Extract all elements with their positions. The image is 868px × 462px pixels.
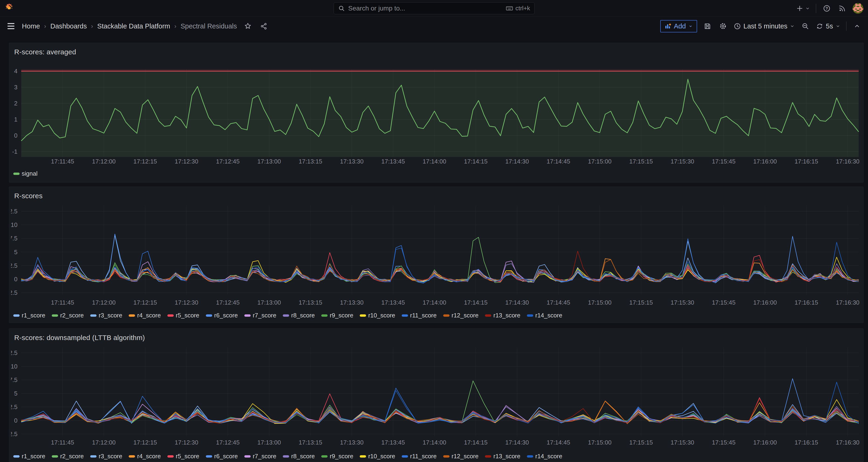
legend-item[interactable]: r11_score xyxy=(402,312,437,319)
legend-item[interactable]: r3_score xyxy=(90,312,122,319)
legend-series-name: r12_score xyxy=(452,312,479,319)
save-dashboard-button[interactable] xyxy=(703,21,712,31)
legend-item[interactable]: signal xyxy=(13,170,37,177)
svg-text:-1: -1 xyxy=(12,148,18,155)
svg-text:17:13:45: 17:13:45 xyxy=(381,439,405,446)
time-range-picker[interactable]: Last 5 minutes xyxy=(734,22,795,30)
news-button[interactable] xyxy=(837,3,847,13)
svg-text:0: 0 xyxy=(14,276,18,283)
legend-item[interactable]: r12_score xyxy=(443,453,479,460)
star-icon xyxy=(244,22,252,30)
legend-item[interactable]: r1_score xyxy=(13,312,45,319)
svg-text:17:12:15: 17:12:15 xyxy=(133,158,157,165)
search-shortcut: ctrl+k xyxy=(506,5,530,12)
legend-item[interactable]: r4_score xyxy=(129,453,161,460)
svg-text:17:14:30: 17:14:30 xyxy=(505,439,529,446)
chart-legend: r1_scorer2_scorer3_scorer4_scorer5_score… xyxy=(13,453,562,460)
keyboard-icon xyxy=(506,5,513,12)
legend-series-name: r6_score xyxy=(214,453,238,460)
legend-series-name: r13_score xyxy=(493,312,520,319)
legend-series-color xyxy=(244,314,251,317)
legend-series-color xyxy=(129,314,135,317)
legend-item[interactable]: r5_score xyxy=(167,312,199,319)
rss-icon xyxy=(838,4,846,12)
legend-item[interactable]: r10_score xyxy=(360,453,395,460)
refresh-picker[interactable]: 5s xyxy=(816,22,840,30)
legend-item[interactable]: r5_score xyxy=(167,453,199,460)
legend-item[interactable]: r9_score xyxy=(321,453,353,460)
svg-text:17:13:00: 17:13:00 xyxy=(257,299,281,306)
legend-item[interactable]: r13_score xyxy=(485,453,520,460)
time-series-chart[interactable]: 43210-117:11:4517:12:0017:12:1517:12:301… xyxy=(11,57,862,169)
legend-item[interactable]: r9_score xyxy=(321,312,353,319)
legend-series-name: r9_score xyxy=(330,453,353,460)
zoom-out-time-button[interactable] xyxy=(800,21,810,31)
time-series-chart[interactable]: 12.5107.552.50-2.517:11:4517:12:0017:12:… xyxy=(11,343,862,451)
dashboard-settings-button[interactable] xyxy=(718,21,728,31)
legend-series-name: r14_score xyxy=(535,312,562,319)
legend-item[interactable]: r2_score xyxy=(52,453,84,460)
plus-icon xyxy=(796,4,804,12)
legend-item[interactable]: r8_score xyxy=(283,312,315,319)
legend-item[interactable]: r6_score xyxy=(206,312,238,319)
kiosk-mode-button[interactable] xyxy=(852,21,862,31)
help-icon: ? xyxy=(823,4,831,12)
new-button[interactable] xyxy=(796,4,810,12)
legend-item[interactable]: r3_score xyxy=(90,453,122,460)
search-input[interactable]: Search or jump to... ctrl+k xyxy=(334,2,535,14)
legend-item[interactable]: r8_score xyxy=(283,453,315,460)
legend-series-color xyxy=(52,314,58,317)
svg-text:17:16:15: 17:16:15 xyxy=(795,158,818,165)
legend-series-name: r2_score xyxy=(60,453,84,460)
favorite-star-button[interactable] xyxy=(243,21,253,31)
svg-text:0: 0 xyxy=(14,417,18,424)
legend-item[interactable]: r13_score xyxy=(485,312,520,319)
legend-series-color xyxy=(402,455,408,458)
legend-item[interactable]: r1_score xyxy=(13,453,45,460)
legend-series-color xyxy=(485,314,491,317)
legend-item[interactable]: r14_score xyxy=(527,312,562,319)
svg-text:17:15:15: 17:15:15 xyxy=(629,158,653,165)
legend-item[interactable]: r11_score xyxy=(402,453,437,460)
breadcrumb-dashboards[interactable]: Dashboards xyxy=(50,22,87,30)
legend-item[interactable]: r12_score xyxy=(443,312,479,319)
legend-item[interactable]: r7_score xyxy=(244,312,276,319)
legend-series-name: r5_score xyxy=(176,453,199,460)
legend-series-name: signal xyxy=(22,170,37,177)
legend-series-color xyxy=(360,455,366,458)
add-panel-button[interactable]: Add xyxy=(660,20,697,32)
legend-item[interactable]: r4_score xyxy=(129,312,161,319)
panel-title[interactable]: R-scores: downsampled (LTTB algorithm) xyxy=(14,334,145,342)
user-avatar[interactable] xyxy=(852,3,863,14)
svg-text:17:14:45: 17:14:45 xyxy=(547,158,570,165)
svg-text:17:11:45: 17:11:45 xyxy=(51,299,74,306)
menu-toggle-button[interactable] xyxy=(6,22,16,31)
legend-series-color xyxy=(90,314,96,317)
chart-legend: signal xyxy=(13,170,37,177)
svg-text:17:13:30: 17:13:30 xyxy=(340,158,364,165)
legend-series-color xyxy=(13,455,20,458)
legend-item[interactable]: r2_score xyxy=(52,312,84,319)
legend-series-name: r1_score xyxy=(22,312,45,319)
svg-text:17:15:30: 17:15:30 xyxy=(671,439,694,446)
legend-item[interactable]: r7_score xyxy=(244,453,276,460)
search-placeholder: Search or jump to... xyxy=(348,5,405,12)
svg-text:17:16:30: 17:16:30 xyxy=(836,439,859,446)
share-button[interactable] xyxy=(259,21,269,31)
breadcrumb-folder[interactable]: Stackable Data Platform xyxy=(97,22,170,30)
panel-rscores: R-scores 12.5107.552.50-2.517:11:4517:12… xyxy=(9,187,864,323)
breadcrumb-home[interactable]: Home xyxy=(22,22,40,30)
help-button[interactable]: ? xyxy=(822,3,832,13)
svg-text:17:13:45: 17:13:45 xyxy=(381,158,405,165)
time-series-chart[interactable]: 12.5107.552.50-2.517:11:4517:12:0017:12:… xyxy=(11,201,862,309)
legend-item[interactable]: r14_score xyxy=(527,453,562,460)
legend-item[interactable]: r10_score xyxy=(360,312,395,319)
svg-text:17:15:15: 17:15:15 xyxy=(629,439,653,446)
grafana-logo[interactable] xyxy=(4,3,14,13)
legend-item[interactable]: r6_score xyxy=(206,453,238,460)
legend-series-name: r13_score xyxy=(493,453,520,460)
panel-title[interactable]: R-scores: averaged xyxy=(14,48,76,56)
svg-text:17:12:45: 17:12:45 xyxy=(216,158,240,165)
breadcrumb-separator: › xyxy=(91,23,93,30)
panel-title[interactable]: R-scores xyxy=(14,192,43,200)
